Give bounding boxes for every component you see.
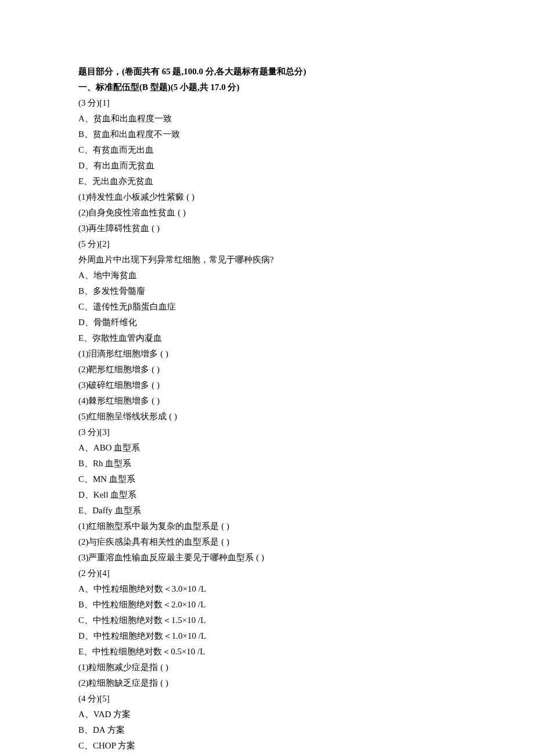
q4-option-c: C、中性粒细胞绝对数＜1.5×10 /L: [78, 613, 456, 628]
q2-option-e: E、弥散性血管内凝血: [78, 330, 456, 346]
section-title: 一、标准配伍型(B 型题)(5 小题,共 17.0 分): [78, 80, 456, 95]
header-line: 题目部分，(卷面共有 65 题,100.0 分,各大题标有题量和总分): [78, 64, 456, 80]
q2-stem: 外周血片中出现下列异常红细胞，常见于哪种疾病?: [78, 252, 456, 268]
q2-sub-1: (1)泪滴形红细胞增多 ( ): [78, 346, 456, 362]
q1-option-d: D、有出血而无贫血: [78, 158, 456, 174]
q4-sub-1: (1)粒细胞减少症是指 ( ): [78, 660, 456, 675]
q1-option-a: A、贫血和出血程度一致: [78, 111, 456, 127]
q3-option-a: A、ABO 血型系: [78, 440, 456, 456]
q5-score: (4 分)[5]: [78, 691, 456, 707]
q2-sub-3: (3)破碎红细胞增多 ( ): [78, 377, 456, 393]
q2-sub-5: (5)红细胞呈缗线状形成 ( ): [78, 409, 456, 424]
q1-option-e: E、无出血亦无贫血: [78, 174, 456, 189]
q2-sub-2: (2)靶形红细胞增多 ( ): [78, 362, 456, 377]
q4-sub-2: (2)粒细胞缺乏症是指 ( ): [78, 675, 456, 691]
q2-option-d: D、骨髓纤维化: [78, 315, 456, 330]
q2-sub-4: (4)棘形红细胞增多 ( ): [78, 393, 456, 409]
q2-option-b: B、多发性骨髓廇: [78, 283, 456, 299]
q4-option-e: E、中性粒细胞绝对数＜0.5×10 /L: [78, 644, 456, 660]
q5-option-c: C、CHOP 方案: [78, 738, 456, 754]
q2-score: (5 分)[2]: [78, 236, 456, 252]
document-page: 题目部分，(卷面共有 65 题,100.0 分,各大题标有题量和总分) 一、标准…: [0, 0, 534, 756]
q3-sub-2: (2)与疟疾感染具有相关性的血型系是 ( ): [78, 534, 456, 550]
q3-option-d: D、Kell 血型系: [78, 487, 456, 503]
q3-sub-1: (1)红细胞型系中最为复杂的血型系是 ( ): [78, 519, 456, 534]
q4-option-a: A、中性粒细胞绝对数＜3.0×10 /L: [78, 581, 456, 597]
q4-option-d: D、中性粒细胞绝对数＜1.0×10 /L: [78, 628, 456, 644]
q4-score: (2 分)[4]: [78, 566, 456, 581]
q5-option-a: A、VAD 方案: [78, 707, 456, 722]
q4-option-b: B、中性粒细胞绝对数＜2.0×10 /L: [78, 597, 456, 613]
q3-option-b: B、Rh 血型系: [78, 456, 456, 471]
q5-option-b: B、DA 方案: [78, 722, 456, 738]
q2-option-a: A、地中海贫血: [78, 268, 456, 283]
q1-sub-1: (1)特发性血小板减少性紫癜 ( ): [78, 189, 456, 205]
q1-option-c: C、有贫血而无出血: [78, 142, 456, 158]
q1-option-b: B、贫血和出血程度不一致: [78, 127, 456, 142]
q3-score: (3 分)[3]: [78, 424, 456, 440]
q1-sub-3: (3)再生障碍性贫血 ( ): [78, 221, 456, 236]
q1-score: (3 分)[1]: [78, 95, 456, 111]
q2-option-c: C、遗传性无β脂蛋白血症: [78, 299, 456, 315]
q3-option-e: E、Daffy 血型系: [78, 503, 456, 519]
q1-sub-2: (2)自身免疫性溶血性贫血 ( ): [78, 205, 456, 221]
q3-option-c: C、MN 血型系: [78, 471, 456, 487]
q3-sub-3: (3)严重溶血性输血反应最主要见于哪种血型系 ( ): [78, 550, 456, 566]
